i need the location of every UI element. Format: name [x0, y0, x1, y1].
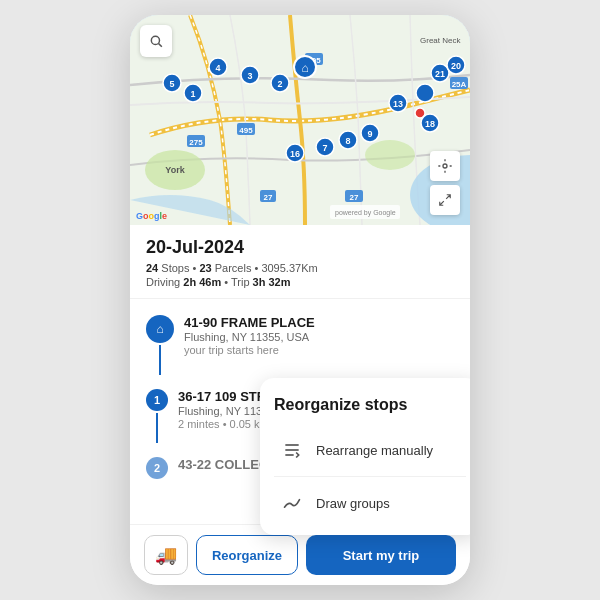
svg-text:27: 27	[264, 193, 273, 202]
svg-text:16: 16	[290, 149, 300, 159]
draw-icon	[278, 489, 306, 517]
svg-text:25A: 25A	[452, 80, 467, 89]
svg-point-51	[151, 36, 159, 44]
rearrange-manually-item[interactable]: Rearrange manually	[274, 428, 466, 472]
svg-text:20: 20	[451, 61, 461, 71]
location-button[interactable]	[430, 151, 460, 181]
rearrange-icon	[278, 436, 306, 464]
start-trip-label: Start my trip	[343, 548, 420, 563]
svg-text:Great Neck: Great Neck	[420, 36, 461, 45]
start-trip-button[interactable]: Start my trip	[306, 535, 456, 575]
svg-text:9: 9	[367, 129, 372, 139]
svg-point-41	[416, 84, 434, 102]
bottom-bar: 🚚 Reorganize Start my trip Reorganize st…	[130, 524, 470, 585]
trip-date: 20-Jul-2024	[146, 237, 454, 258]
stop-number-icon: 1	[146, 389, 168, 411]
rearrange-label: Rearrange manually	[316, 443, 433, 458]
truck-button[interactable]: 🚚	[144, 535, 188, 575]
stop-address: Flushing, NY 11355, USA	[184, 331, 454, 343]
stop-note: your trip starts here	[184, 344, 454, 356]
svg-text:1: 1	[190, 89, 195, 99]
expand-button[interactable]	[430, 185, 460, 215]
stop-name: 41-90 FRAME PLACE	[184, 315, 454, 330]
truck-icon: 🚚	[155, 544, 177, 566]
svg-point-3	[365, 140, 415, 170]
svg-text:5: 5	[169, 79, 174, 89]
map-area: York Great Neck 295 495 275 27 27 25A	[130, 15, 470, 225]
reorganize-label: Reorganize	[212, 548, 282, 563]
trip-info: 20-Jul-2024 24 Stops • 23 Parcels • 3095…	[130, 225, 470, 299]
map-search-button[interactable]	[140, 25, 172, 57]
svg-text:York: York	[165, 165, 185, 175]
stop-connector	[156, 413, 158, 443]
reorganize-button[interactable]: Reorganize	[196, 535, 298, 575]
draw-groups-item[interactable]: Draw groups	[274, 481, 466, 525]
map-controls	[430, 151, 460, 215]
trip-stops-meta: 24 Stops • 23 Parcels • 3095.37Km	[146, 262, 454, 274]
svg-text:275: 275	[189, 138, 203, 147]
home-stop-icon: ⌂	[146, 315, 174, 343]
popup-divider	[274, 476, 466, 477]
popup-title: Reorganize stops	[274, 396, 466, 414]
svg-text:13: 13	[393, 99, 403, 109]
svg-text:7: 7	[322, 143, 327, 153]
svg-text:4: 4	[215, 63, 220, 73]
svg-text:3: 3	[247, 71, 252, 81]
svg-point-53	[443, 164, 447, 168]
svg-text:18: 18	[425, 119, 435, 129]
stop-number-icon: 2	[146, 457, 168, 479]
svg-text:27: 27	[350, 193, 359, 202]
svg-text:powered by Google: powered by Google	[335, 209, 396, 217]
svg-text:21: 21	[435, 69, 445, 79]
svg-text:8: 8	[345, 136, 350, 146]
phone-container: York Great Neck 295 495 275 27 27 25A	[130, 15, 470, 585]
trip-time-meta: Driving 2h 46m • Trip 3h 32m	[146, 276, 454, 288]
list-item: ⌂ 41-90 FRAME PLACE Flushing, NY 11355, …	[130, 309, 470, 383]
svg-text:495: 495	[239, 126, 253, 135]
svg-text:⌂: ⌂	[301, 61, 308, 75]
svg-text:2: 2	[277, 79, 282, 89]
stop-connector	[159, 345, 161, 375]
draw-groups-label: Draw groups	[316, 496, 390, 511]
svg-line-52	[159, 44, 162, 47]
google-logo: Google	[136, 211, 167, 221]
reorganize-popup: Reorganize stops Rearrange manually	[260, 378, 470, 535]
